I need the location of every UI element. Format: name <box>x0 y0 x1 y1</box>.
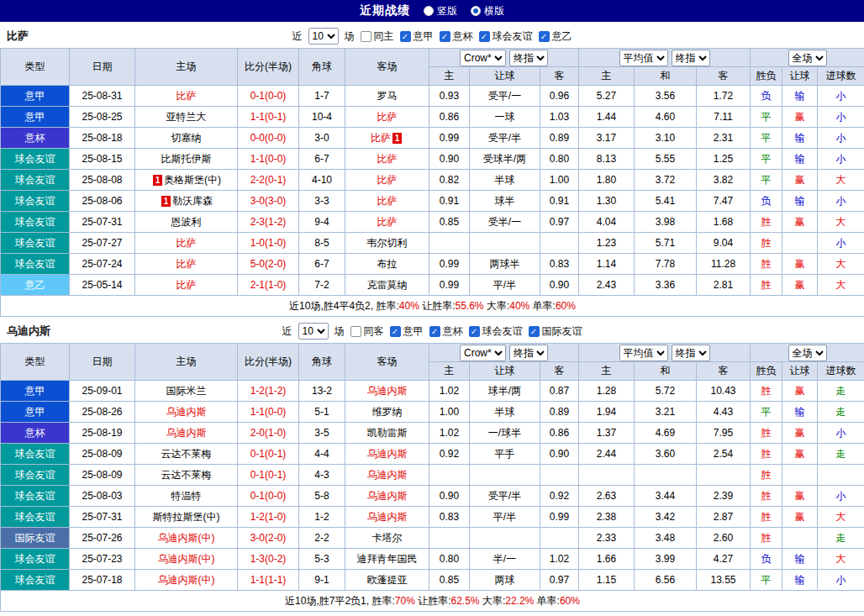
filter-checkbox-club-friendly[interactable]: 球会友谊 <box>469 324 523 339</box>
home-team-cell[interactable]: 比萨 <box>135 254 238 275</box>
home-team-cell[interactable]: 比萨 <box>135 86 238 107</box>
average-odds-cell: 2.81 <box>697 275 751 296</box>
average-odds-cell: 1.72 <box>697 86 751 107</box>
summary-part: 62.5% <box>451 595 480 607</box>
away-team-cell[interactable]: 比萨 <box>345 170 429 191</box>
handicap-odds-cell: 两球 <box>470 570 540 591</box>
away-team-cell[interactable]: 比萨 <box>345 149 429 170</box>
summary-text-1: 近10场,胜7平2负1, 胜率:70% 让胜率:62.5% 大率:22.2% 单… <box>1 591 864 612</box>
full-match-select[interactable]: 全场 <box>788 345 827 361</box>
bookmaker-select[interactable]: Crow* <box>460 50 506 66</box>
home-team-cell[interactable]: 乌迪内斯 <box>135 402 238 423</box>
table-row: 意甲25-09-01国际米兰1-2(1-2)13-2乌迪内斯1.02球半/两0.… <box>1 381 864 402</box>
filter-checkbox-serie-a[interactable]: 意甲 <box>390 324 424 339</box>
radio-icon <box>471 6 481 16</box>
average-odds-cell <box>579 465 635 486</box>
table-row: 球会友谊25-07-23乌迪内斯(中)1-3(0-2)5-3迪拜青年国民0.80… <box>1 549 864 570</box>
home-team-cell[interactable]: 比斯托伊斯 <box>135 149 238 170</box>
filter-checkbox-intl-friendly[interactable]: 国际友谊 <box>529 324 582 339</box>
table-row: 意甲25-08-26乌迪内斯1-1(0-0)5-1维罗纳1.00半球0.891.… <box>1 402 864 423</box>
away-team-cell[interactable]: 乌迪内斯 <box>345 507 429 528</box>
average-select[interactable]: 平均值 <box>619 345 668 361</box>
filter-checkbox-serie-a[interactable]: 意甲 <box>400 29 434 44</box>
away-team-cell[interactable]: 比萨 <box>345 107 429 128</box>
home-team-cell[interactable]: 恩波利 <box>135 212 238 233</box>
away-team-cell[interactable]: 比萨 <box>345 191 429 212</box>
outcome-cell: 大 <box>818 212 864 233</box>
outcome-cell: 输 <box>782 149 818 170</box>
handicap-odds-cell: 0.85 <box>429 212 470 233</box>
handicap-odds-cell: 0.83 <box>540 254 579 275</box>
home-team-cell[interactable]: 乌迪内斯(中) <box>135 570 238 591</box>
handicap-odds-cell: 0.91 <box>540 191 579 212</box>
average-odds-cell <box>697 465 751 486</box>
away-team-cell[interactable]: 卡塔尔 <box>345 528 429 549</box>
away-team-cell[interactable]: 克雷莫纳 <box>345 275 429 296</box>
away-team-cell[interactable]: 迪拜青年国民 <box>345 549 429 570</box>
home-team-cell[interactable]: 比萨 <box>135 275 238 296</box>
type-cell: 意乙 <box>1 275 70 296</box>
final-odds-select[interactable]: 终指 <box>672 345 710 361</box>
checkbox-label: 意甲 <box>414 29 434 44</box>
home-team-cell[interactable]: 国际米兰 <box>135 381 238 402</box>
average-select[interactable]: 平均值 <box>619 50 668 66</box>
away-team-cell[interactable]: 乌迪内斯 <box>345 444 429 465</box>
away-team-cell[interactable]: 欧蓬提亚 <box>345 570 429 591</box>
recent-count-select[interactable]: 10 <box>308 28 339 45</box>
bookmaker-select[interactable]: Crow* <box>460 345 506 361</box>
score-cell: 1-1(0-0) <box>238 402 299 423</box>
filter-checkbox-coppa[interactable]: 意杯 <box>429 324 463 339</box>
filter-checkbox-same-away[interactable]: 同客 <box>350 324 384 339</box>
handicap-odds-cell: 0.90 <box>540 275 579 296</box>
away-team-cell[interactable]: 凯勒雷斯 <box>345 423 429 444</box>
outcome-cell: 输 <box>782 402 818 423</box>
outcome-cell <box>818 465 864 486</box>
home-team-cell[interactable]: 乌迪内斯(中) <box>135 549 238 570</box>
recent-count-select[interactable]: 10 <box>298 323 329 340</box>
home-team-cell[interactable]: 切塞纳 <box>135 128 238 149</box>
outcome-cell: 输 <box>782 570 818 591</box>
home-team-cell[interactable]: 乌迪内斯(中) <box>135 528 238 549</box>
final-odds-select[interactable]: 终指 <box>672 50 710 66</box>
radio-vertical-layout[interactable]: 竖版 <box>424 4 457 18</box>
home-team-cell[interactable]: 比萨 <box>135 233 238 254</box>
team-link-text: 欧蓬提亚 <box>367 574 408 586</box>
home-team-cell[interactable]: 特温特 <box>135 486 238 507</box>
away-team-cell[interactable]: 乌迪内斯 <box>345 465 429 486</box>
col-header-odds-draw: 和 <box>635 362 697 381</box>
filter-checkbox-club-friendly[interactable]: 球会友谊 <box>479 29 533 44</box>
filter-checkbox-coppa[interactable]: 意杯 <box>440 29 473 44</box>
col-header-odds-away: 客 <box>697 67 751 86</box>
outcome-cell: 小 <box>818 486 864 507</box>
away-team-cell[interactable]: 乌迪内斯 <box>345 381 429 402</box>
home-team-cell[interactable]: 1勒沃库森 <box>135 191 238 212</box>
home-team-cell[interactable]: 斯特拉斯堡(中) <box>135 507 238 528</box>
score-cell: 0-1(0-1) <box>238 444 299 465</box>
filter-checkbox-serie-b[interactable]: 意乙 <box>539 29 572 44</box>
handicap-odds-cell: 0.85 <box>429 570 470 591</box>
table-row: 意杯25-08-19乌迪内斯2-0(1-0)3-5凯勒雷斯1.02一/球半0.8… <box>1 423 864 444</box>
away-team-cell[interactable]: 比萨1 <box>345 128 429 149</box>
col-header-home: 主场 <box>135 344 238 381</box>
radio-horizontal-layout[interactable]: 横版 <box>471 4 504 18</box>
away-team-cell[interactable]: 罗马 <box>345 86 429 107</box>
away-team-cell[interactable]: 比萨 <box>345 212 429 233</box>
average-odds-cell: 3.36 <box>635 275 697 296</box>
home-team-cell[interactable]: 云达不莱梅 <box>135 444 238 465</box>
away-team-cell[interactable]: 维罗纳 <box>345 402 429 423</box>
away-team-cell[interactable]: 韦尔切利 <box>345 233 429 254</box>
filter-checkbox-same-home[interactable]: 同主 <box>361 29 394 44</box>
home-team-cell[interactable]: 亚特兰大 <box>135 107 238 128</box>
outcome-cell: 小 <box>818 86 864 107</box>
home-team-cell[interactable]: 1奥格斯堡(中) <box>135 170 238 191</box>
final-odds-select[interactable]: 终指 <box>509 50 548 66</box>
away-team-cell[interactable]: 乌迪内斯 <box>345 486 429 507</box>
full-match-select[interactable]: 全场 <box>788 50 827 66</box>
home-team-cell[interactable]: 乌迪内斯 <box>135 423 238 444</box>
final-odds-select[interactable]: 终指 <box>509 345 548 361</box>
filters-bar: 近 10 场 同客 意甲 意杯 球会友谊 国际友谊 <box>282 323 582 340</box>
away-team-cell[interactable]: 布拉 <box>345 254 429 275</box>
table-row: 球会友谊25-07-27比萨1-0(1-0)8-5韦尔切利1.235.719.0… <box>1 233 864 254</box>
date-cell: 25-08-09 <box>70 465 135 486</box>
home-team-cell[interactable]: 云达不莱梅 <box>135 465 238 486</box>
